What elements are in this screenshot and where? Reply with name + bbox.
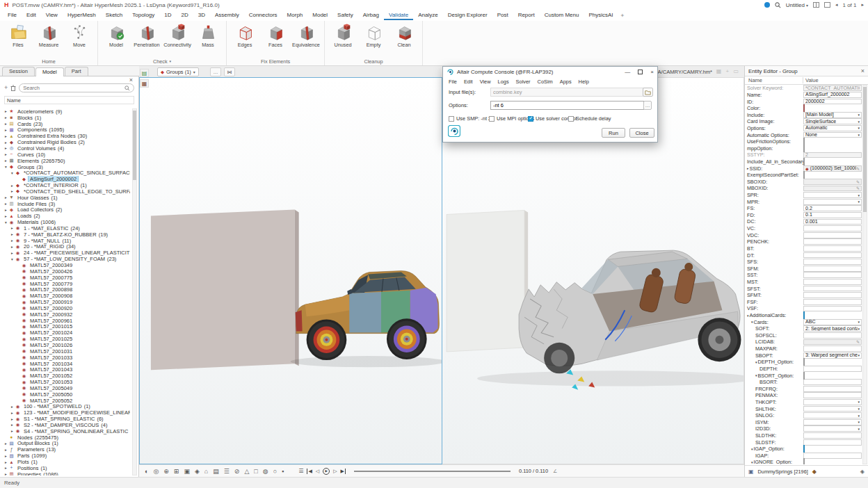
menu-airbag[interactable]: Airbag: [358, 10, 384, 20]
contour-icon[interactable]: ☰: [224, 468, 230, 475]
menu-3d[interactable]: 3D: [193, 10, 210, 20]
entity-view-icon[interactable]: ◈: [195, 468, 200, 475]
text-field[interactable]: 0.1: [803, 212, 862, 218]
entity-row[interactable]: SLDTHK:: [745, 432, 862, 439]
text-field[interactable]: ASingSurf_2000002: [803, 92, 862, 98]
ribbon-tool-move[interactable]: Move: [65, 22, 94, 57]
chevron-down-icon[interactable]: ▾: [170, 59, 172, 63]
next-frame-icon[interactable]: ▷: [333, 469, 337, 474]
dropdown-field[interactable]: ▾: [803, 412, 862, 418]
dialog-menu-edit[interactable]: Edit: [460, 79, 476, 85]
tree-item[interactable]: ◉MATL57_2001052: [2, 373, 130, 379]
dropdown-field[interactable]: [Main Model]▾: [803, 112, 862, 118]
menu-edit[interactable]: Edit: [22, 10, 41, 20]
tree-item[interactable]: ▸~Curves(10): [2, 152, 130, 158]
entity-row[interactable]: BT:: [745, 245, 862, 252]
entity-row[interactable]: ▾AdditionalCards:: [745, 312, 862, 319]
ribbon-tool-mass[interactable]: Mass: [193, 22, 223, 57]
menu-analyze[interactable]: Analyze: [413, 10, 442, 20]
entity-row[interactable]: VDC:: [745, 231, 862, 238]
tree-expander[interactable]: ▸: [10, 226, 15, 230]
menu-post[interactable]: Post: [492, 10, 513, 20]
tree-expander[interactable]: ▸: [3, 122, 8, 126]
tree-item[interactable]: ▸◉7 - *MAT_BLATZ-KO_RUBBER(19): [2, 231, 130, 238]
dropdown-field[interactable]: Automatic▾: [803, 125, 862, 131]
tree-expander[interactable]: ▾: [10, 171, 15, 175]
tree-item[interactable]: ▸◉S4 - *MAT_SPRING_NONLINEAR_ELASTIC(4): [2, 428, 130, 434]
viewport-left[interactable]: [139, 77, 442, 464]
tree-expander[interactable]: ▾: [747, 314, 749, 318]
add-icon[interactable]: +: [4, 85, 8, 91]
entity-row[interactable]: SOFT:2: Segment based contact▾: [745, 325, 862, 332]
close-icon[interactable]: ×: [861, 67, 865, 74]
tree-item[interactable]: ▸◉24 - *MAT_PIECEWISE_LINEAR_PLASTICITY(…: [2, 250, 130, 256]
angle-measure-icon[interactable]: ∠: [553, 469, 557, 474]
tree-item[interactable]: ▸◉S2 - *MAT_DAMPER_VISCOUS(4): [2, 422, 130, 428]
tree-expander[interactable]: ▸: [3, 472, 8, 475]
text-field[interactable]: [803, 272, 862, 278]
entity-row[interactable]: FS:0.2: [745, 205, 862, 212]
text-field[interactable]: [803, 392, 862, 398]
entity-row[interactable]: Options:Automatic▾: [745, 125, 862, 132]
tree-expander[interactable]: ▸: [10, 417, 15, 421]
dialog-menu-help[interactable]: Help: [575, 79, 593, 85]
spotlight-icon[interactable]: ◍: [263, 468, 268, 475]
checkbox-box[interactable]: [489, 116, 495, 122]
tree-item[interactable]: ▸◆*CONTACT_TIED_SHELL_EDGE_TO_SURFACE(1): [2, 188, 130, 195]
groups-view-tab[interactable]: ◆ Groups (1) ▾: [157, 67, 199, 76]
entity-row[interactable]: MPR:▾: [745, 198, 862, 205]
input-files-field[interactable]: [490, 88, 644, 97]
entity-row[interactable]: SST:: [745, 272, 862, 279]
entity-row[interactable]: Name:ASingSurf_2000002: [745, 92, 862, 99]
entity-row[interactable]: SHLTHK:▾: [745, 405, 862, 412]
tree-item[interactable]: ◉MATL57_2000961: [2, 318, 130, 324]
tree-item[interactable]: ▸▤Cards(23): [2, 121, 130, 127]
clip-icon[interactable]: ⊘: [234, 468, 240, 475]
session-selector[interactable]: Untitled▾: [786, 2, 808, 8]
ribbon-tool-clean[interactable]: Clean: [389, 22, 419, 57]
ribbon-tool-empty[interactable]: Empty: [359, 22, 388, 57]
screenshot-icon[interactable]: ▤: [140, 69, 149, 77]
triad-icon[interactable]: △: [244, 468, 249, 475]
tree-expander[interactable]: ▾: [755, 373, 757, 377]
tab-session[interactable]: Session: [2, 67, 35, 76]
tree-item[interactable]: ▸◆*CONTACT_INTERIOR(1): [2, 182, 130, 188]
tree-item[interactable]: ◉MATL57_2000349: [2, 262, 130, 268]
entity-row[interactable]: Card Image:SingleSurface▾: [745, 118, 862, 125]
text-field[interactable]: *CONTACT_AUTOMATIC_SINGLE_: [803, 85, 862, 91]
tree-scrollbar[interactable]: [132, 108, 137, 475]
page-next-icon[interactable]: ▸: [861, 2, 864, 8]
tree-expander[interactable]: ▸: [3, 195, 8, 200]
checkbox-box[interactable]: [803, 171, 805, 179]
dropdown-field[interactable]: 3: Warped segment checking▾: [803, 352, 862, 359]
ribbon-tool-connectivity[interactable]: Connectivity: [163, 22, 192, 57]
entity-row[interactable]: ▾IGAP_Option:: [745, 446, 862, 453]
tree-expander[interactable]: ▸: [3, 202, 8, 206]
tab-part[interactable]: Part: [65, 67, 88, 76]
tree-item[interactable]: ▾◆Groups(3): [2, 164, 130, 170]
center-icon[interactable]: ⊞: [174, 468, 179, 475]
tree-expander[interactable]: ▸: [10, 251, 15, 255]
search-input[interactable]: [23, 85, 122, 91]
checkbox-box[interactable]: [449, 116, 454, 122]
dialog-menu-apps[interactable]: Apps: [556, 79, 575, 85]
tree-expander[interactable]: ▾: [3, 220, 8, 225]
entity-row[interactable]: Include:[Main Model]▾: [745, 111, 862, 118]
menu-custom-menu[interactable]: Custom Menu: [540, 10, 584, 20]
menu-assembly[interactable]: Assembly: [210, 10, 244, 20]
edit-pencil-icon[interactable]: ✎: [856, 179, 860, 184]
layout-split-icon[interactable]: [813, 2, 819, 8]
dropdown-field[interactable]: ▾: [803, 199, 862, 205]
lock-icon[interactable]: ▪: [282, 468, 284, 475]
entity-row[interactable]: SPR:▾: [745, 192, 862, 199]
fit-icon[interactable]: ◐: [145, 468, 148, 475]
animation-menu-icon[interactable]: ☰: [298, 468, 303, 475]
tree-item[interactable]: ◉MATL57_2005049: [2, 385, 130, 391]
component-icon[interactable]: ◆: [812, 469, 817, 475]
entity-row[interactable]: SFS:: [745, 259, 862, 266]
tree-item[interactable]: ◉MATL57_2001015: [2, 324, 130, 330]
text-field[interactable]: [803, 266, 862, 272]
dropdown-field[interactable]: 2: Segment based contact▾: [803, 325, 862, 332]
tree-item[interactable]: ◉MATL57_2001034: [2, 361, 130, 367]
tree-item[interactable]: ▸▦Elements(2265750): [2, 158, 130, 164]
